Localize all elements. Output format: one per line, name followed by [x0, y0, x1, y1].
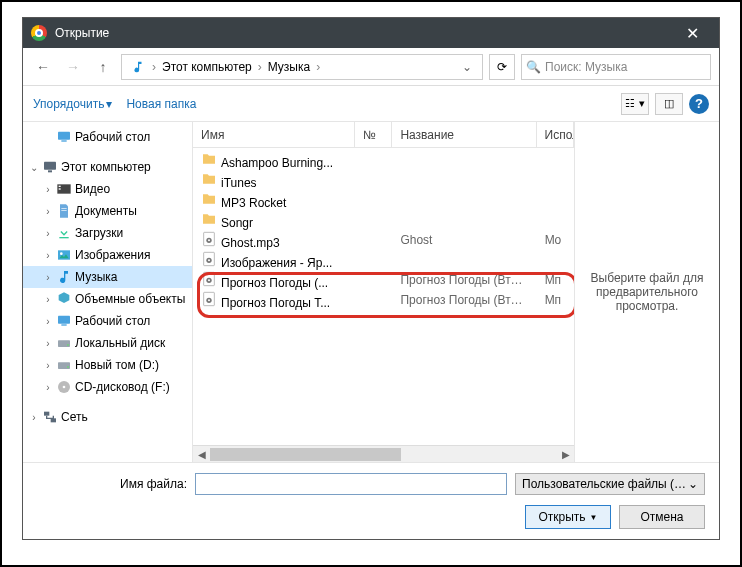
svg-rect-1 — [61, 140, 66, 141]
file-row[interactable]: Изображения - Яр... — [193, 250, 574, 270]
audio-file-icon — [201, 231, 217, 247]
breadcrumb[interactable]: › Этот компьютер › Музыка › ⌄ — [121, 54, 483, 80]
tree-item[interactable]: ›Сеть — [23, 406, 192, 428]
tree-twisty-icon[interactable]: › — [41, 360, 55, 371]
tree-item[interactable]: ›Рабочий стол — [23, 310, 192, 332]
column-header[interactable]: Имя — [193, 122, 355, 147]
tree-item-label: Этот компьютер — [61, 160, 151, 174]
folder-icon — [201, 211, 217, 227]
filename-input[interactable] — [195, 473, 507, 495]
tree-item[interactable]: ⌄Этот компьютер — [23, 156, 192, 178]
crumb-music[interactable]: Музыка — [264, 60, 314, 74]
tree-twisty-icon[interactable]: › — [41, 184, 55, 195]
tree-item-label: Объемные объекты — [75, 292, 185, 306]
tree-twisty-icon[interactable]: › — [41, 206, 55, 217]
svg-rect-6 — [59, 188, 61, 189]
nav-back-button[interactable]: ← — [31, 55, 55, 79]
breadcrumb-dropdown[interactable]: ⌄ — [456, 60, 478, 74]
tree-twisty-icon[interactable]: › — [41, 250, 55, 261]
tree-item-label: Рабочий стол — [75, 130, 150, 144]
file-title: Ghost — [392, 233, 536, 247]
new-folder-button[interactable]: Новая папка — [126, 97, 196, 111]
help-button[interactable]: ? — [689, 94, 709, 114]
svg-rect-9 — [59, 237, 68, 238]
tree-item[interactable]: ›Видео — [23, 178, 192, 200]
nav-tree[interactable]: Рабочий стол⌄Этот компьютер›Видео›Докуме… — [23, 122, 193, 462]
preview-pane: Выберите файл для предварительного просм… — [574, 122, 719, 462]
tree-item[interactable]: ›CD-дисковод (F:) — [23, 376, 192, 398]
tree-twisty-icon[interactable]: › — [41, 294, 55, 305]
tree-twisty-icon[interactable]: › — [41, 382, 55, 393]
tree-twisty-icon[interactable]: › — [27, 412, 41, 423]
svg-rect-13 — [61, 324, 66, 325]
img-icon — [55, 247, 73, 263]
svg-rect-3 — [48, 170, 52, 172]
file-row[interactable]: Ashampoo Burning... — [193, 150, 574, 170]
file-artist: Мп — [537, 293, 574, 307]
open-button[interactable]: Открыть ▼ — [525, 505, 611, 529]
tree-item-label: Изображения — [75, 248, 150, 262]
filename-label: Имя файла: — [37, 477, 187, 491]
tree-item[interactable]: ›Локальный диск — [23, 332, 192, 354]
tree-item-label: CD-дисковод (F:) — [75, 380, 170, 394]
svg-point-11 — [60, 252, 63, 255]
file-row[interactable]: Songr — [193, 210, 574, 230]
file-name: Songr — [221, 216, 253, 230]
organize-button[interactable]: Упорядочить▾ — [33, 97, 112, 111]
column-header[interactable]: Название — [392, 122, 536, 147]
tree-twisty-icon[interactable]: › — [41, 228, 55, 239]
desktop-icon — [55, 129, 73, 145]
close-button[interactable]: ✕ — [670, 18, 715, 48]
horizontal-scrollbar[interactable]: ◀ ▶ — [193, 445, 574, 462]
tree-item[interactable]: ›Новый том (D:) — [23, 354, 192, 376]
file-name: Прогноз Погоды (... — [221, 276, 328, 290]
scrollbar-thumb[interactable] — [210, 448, 401, 461]
tree-item-label: Локальный диск — [75, 336, 165, 350]
file-row[interactable]: Ghost.mp3GhostMo — [193, 230, 574, 250]
crumb-computer[interactable]: Этот компьютер — [158, 60, 256, 74]
cancel-button[interactable]: Отмена — [619, 505, 705, 529]
svg-rect-7 — [61, 208, 66, 209]
svg-point-33 — [208, 299, 210, 301]
pc-icon — [41, 159, 59, 175]
tree-twisty-icon[interactable]: › — [41, 316, 55, 327]
window-title: Открытие — [55, 26, 670, 40]
file-name: Изображения - Яр... — [221, 256, 332, 270]
tree-item-label: Музыка — [75, 270, 117, 284]
column-header[interactable]: № — [355, 122, 392, 147]
file-artist: Мп — [537, 273, 574, 287]
svg-rect-2 — [44, 162, 56, 170]
tree-item[interactable]: Рабочий стол — [23, 126, 192, 148]
tree-item[interactable]: ›Музыка — [23, 266, 192, 288]
music-icon — [55, 269, 73, 285]
tree-item-label: Видео — [75, 182, 110, 196]
audio-file-icon — [201, 271, 217, 287]
tree-twisty-icon[interactable]: › — [41, 338, 55, 349]
search-input[interactable]: 🔍 Поиск: Музыка — [521, 54, 711, 80]
refresh-button[interactable]: ⟳ — [489, 54, 515, 80]
filetype-filter[interactable]: Пользовательские файлы (*.3⌄ — [515, 473, 705, 495]
svg-rect-0 — [58, 132, 70, 140]
file-row[interactable]: MP3 Rocket — [193, 190, 574, 210]
net-icon — [41, 409, 59, 425]
search-placeholder: Поиск: Музыка — [545, 60, 627, 74]
nav-up-button[interactable]: ↑ — [91, 55, 115, 79]
tree-item[interactable]: ›Объемные объекты — [23, 288, 192, 310]
column-header[interactable]: Исполнитель — [537, 122, 574, 147]
svg-point-19 — [63, 386, 66, 389]
tree-item[interactable]: ›Изображения — [23, 244, 192, 266]
tree-twisty-icon[interactable]: ⌄ — [27, 162, 41, 173]
tree-twisty-icon[interactable]: › — [41, 272, 55, 283]
tree-item[interactable]: ›Загрузки — [23, 222, 192, 244]
tree-item-label: Новый том (D:) — [75, 358, 159, 372]
file-row[interactable]: iTunes — [193, 170, 574, 190]
file-row[interactable]: Прогноз Погоды Т...Прогноз Погоды (Второ… — [193, 290, 574, 310]
view-button[interactable]: ☷ ▾ — [621, 93, 649, 115]
down-icon — [55, 225, 73, 241]
preview-pane-button[interactable]: ◫ — [655, 93, 683, 115]
folder-icon — [201, 171, 217, 187]
file-row[interactable]: Прогноз Погоды (...Прогноз Погоды (Второ… — [193, 270, 574, 290]
scroll-right-icon[interactable]: ▶ — [557, 446, 574, 463]
tree-item[interactable]: ›Документы — [23, 200, 192, 222]
scroll-left-icon[interactable]: ◀ — [193, 446, 210, 463]
